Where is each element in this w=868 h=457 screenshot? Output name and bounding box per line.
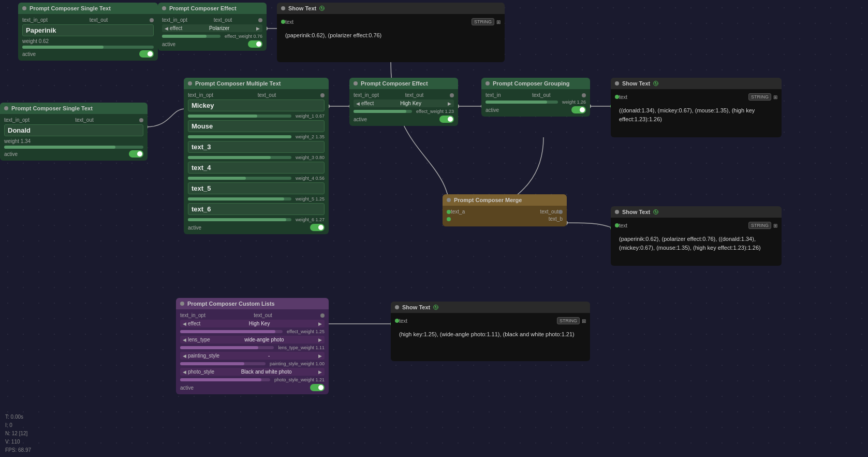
status-bar: T: 0.00s I: 0 N: 12 [12] V: 110 FPS: 68.… — [0, 410, 36, 457]
toggle-row-pce1: active — [162, 40, 262, 48]
weight-pcmt-5: weight_5 1.25 — [296, 196, 325, 202]
active-label-pcg: active — [486, 107, 499, 113]
refresh-icon-st3[interactable]: ↻ — [653, 209, 658, 215]
arrow-right-pce1[interactable]: ▶ — [256, 26, 260, 31]
effect-weight-label-pccl: effect_weight 1.25 — [287, 329, 325, 334]
refresh-icon-st4[interactable]: ↻ — [433, 305, 438, 310]
arrow-left-pccl-photo[interactable]: ◀ — [183, 369, 186, 375]
arrow-right-pccl-photo[interactable]: ▶ — [318, 369, 322, 375]
painting-weight-label-pccl: painting_style_weight 1.00 — [270, 361, 325, 366]
effect-row-pccl: ◀ effect High Key ▶ — [180, 320, 325, 327]
toggle-pcmt[interactable] — [310, 224, 325, 231]
text-input-pcs1[interactable] — [22, 24, 154, 36]
active-label-pcs1: active — [22, 51, 36, 57]
arrow-left-pce2[interactable]: ◀ — [356, 101, 360, 106]
arrow-right-pccl-lens[interactable]: ▶ — [318, 337, 322, 342]
slider-pcg[interactable]: weight 1.26 — [486, 99, 586, 105]
port-dot-st2 — [615, 95, 619, 99]
slider-pcmt-3[interactable]: weight_3 0.80 — [188, 155, 325, 160]
arrow-right-pce2[interactable]: ▶ — [448, 101, 451, 106]
port-out-pce1: text_out — [214, 17, 232, 23]
info-icon-st3: ⊞ — [773, 223, 777, 228]
slider-pcmt-4[interactable]: weight_4 0.56 — [188, 176, 325, 181]
slider-pcmt-5[interactable]: weight_5 1.25 — [188, 196, 325, 202]
text-input-pcmt-1[interactable] — [188, 99, 325, 111]
text-input-pcmt-2[interactable] — [188, 120, 325, 132]
slider-pcmt-1[interactable]: weight_1 0.67 — [188, 113, 325, 119]
node-header-pcs1: Prompt Composer Single Text — [18, 3, 158, 14]
node-status-dot-st1 — [281, 6, 285, 10]
port-row-pcmt: text_in_opt text_out — [188, 92, 325, 98]
port-dot-pccl — [320, 313, 325, 318]
refresh-icon-st2[interactable]: ↻ — [653, 81, 658, 86]
arrow-left-pccl-painting[interactable]: ◀ — [183, 353, 186, 359]
text-input-pcmt-4[interactable] — [188, 162, 325, 174]
node-body-pce2: text_in_opt text_out ◀ effect High Key ▶… — [349, 89, 458, 126]
effect-weight-label-pce1: effect_weight 0.76 — [225, 34, 262, 39]
node-show-text-2: Show Text ↻ text STRING ⊞ ((donald:1.34)… — [611, 78, 782, 137]
toggle-row-pcs2: active — [4, 150, 143, 158]
info-icon-st2: ⊞ — [773, 94, 777, 100]
port-label-st4: text — [399, 318, 407, 324]
port-row-st2: text STRING ⊞ — [615, 93, 777, 101]
node-show-text-4: Show Text ↻ text STRING ⊞ (high key:1.25… — [391, 302, 590, 361]
node-header-pccl: Prompt Composer Custom Lists — [176, 298, 329, 309]
node-prompt-composer-effect-2: Prompt Composer Effect text_in_opt text_… — [349, 78, 458, 126]
arrow-right-pccl-effect[interactable]: ▶ — [318, 321, 322, 326]
arrow-right-pccl-painting[interactable]: ▶ — [318, 353, 322, 359]
text-input-pcmt-5[interactable] — [188, 182, 325, 194]
toggle-pcs1[interactable] — [139, 50, 154, 58]
node-prompt-composer-single-text-1: Prompt Composer Single Text text_in_opt … — [18, 3, 158, 61]
slider-bar-pcs2[interactable] — [4, 146, 143, 149]
port-row-pce2: text_in_opt text_out — [354, 92, 454, 98]
slider-effect-pccl[interactable]: effect_weight 1.25 — [180, 329, 325, 334]
refresh-icon-st1[interactable]: ↻ — [319, 6, 325, 11]
slider-bar-pcs1[interactable] — [22, 46, 154, 49]
port-in-pce1: text_in_opt — [162, 17, 187, 23]
photo-weight-label-pccl: photo_style_weight 1.21 — [274, 377, 325, 382]
port-in-pcg: text_in — [486, 92, 501, 98]
node-header-pcm: Prompt Composer Merge — [443, 194, 567, 206]
text-input-pcmt-3[interactable] — [188, 141, 325, 153]
toggle-pcs2[interactable] — [129, 150, 143, 158]
node-header-st2: Show Text ↻ — [611, 78, 782, 89]
string-badge-st4: STRING — [557, 317, 580, 324]
node-status-dot-pcmt — [188, 81, 192, 85]
weight-pcmt-3: weight_3 0.80 — [296, 155, 325, 160]
show-text-content-st4: (high key:1.25), (wide-angle photo:1.11)… — [395, 326, 586, 357]
port-dot-st3 — [615, 223, 619, 227]
node-prompt-composer-grouping: Prompt Composer Grouping text_in text_ou… — [481, 78, 590, 117]
port-in-pcs1: text_in_opt — [22, 17, 48, 23]
node-header-st1: Show Text ↻ — [277, 3, 505, 14]
text-input-pcmt-6[interactable] — [188, 203, 325, 215]
arrow-left-pccl-lens[interactable]: ◀ — [183, 337, 186, 342]
node-body-pcg: text_in text_out weight 1.26 active — [481, 89, 590, 117]
toggle-pce2[interactable] — [439, 116, 454, 123]
slider-pcmt-6[interactable]: weight_6 1.27 — [188, 217, 325, 222]
toggle-pce1[interactable] — [248, 40, 262, 48]
text-input-pcs2[interactable] — [4, 124, 143, 136]
weight-label-pcs1: weight 0.62 — [22, 38, 49, 44]
port-dot-st1 — [281, 20, 285, 24]
node-status-dot-st2 — [615, 81, 619, 85]
port-dot-a-pcm — [447, 210, 451, 214]
arrow-left-pccl-effect[interactable]: ◀ — [183, 321, 186, 326]
slider-painting-pccl[interactable]: painting_style_weight 1.00 — [180, 361, 325, 366]
toggle-pccl[interactable] — [310, 384, 325, 391]
port-in-pcmt: text_in_opt — [188, 92, 213, 98]
port-row-pcs2: text_in_opt text_out — [4, 117, 143, 123]
status-v: V: 110 — [5, 438, 31, 446]
node-title-pcs2: Prompt Composer Single Text — [11, 105, 93, 111]
effect-value-pccl: High Key — [202, 321, 317, 326]
node-title-st4: Show Text — [402, 304, 430, 310]
arrow-left-pce1[interactable]: ◀ — [165, 26, 168, 31]
slider-weight-pce1: effect_weight 0.76 — [162, 34, 262, 39]
slider-photo-pccl[interactable]: photo_style_weight 1.21 — [180, 377, 325, 382]
node-status-dot-st3 — [615, 210, 619, 214]
slider-pcmt-2[interactable]: weight_2 1.35 — [188, 134, 325, 139]
slider-lens-pccl[interactable]: lens_type_weight 1.11 — [180, 345, 325, 350]
toggle-pcg[interactable] — [571, 106, 586, 113]
photo-row-pccl: ◀ photo_style Black and white photo ▶ — [180, 368, 325, 376]
node-title-pce2: Prompt Composer Effect — [361, 80, 428, 87]
node-title-pcmt: Prompt Composer Multiple Text — [195, 80, 281, 87]
